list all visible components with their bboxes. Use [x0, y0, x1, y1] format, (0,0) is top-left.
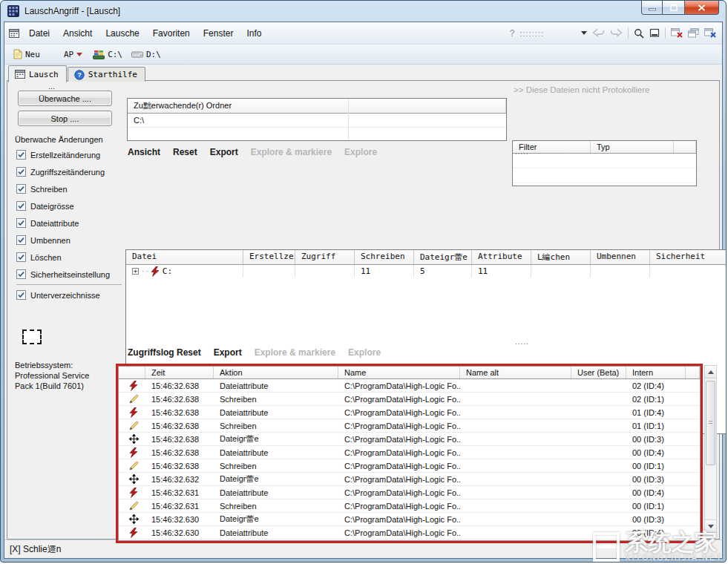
app-window: LauschAngriff - [Lausch] DateiAnsichtLau… [0, 0, 727, 563]
log-row[interactable]: 15:46:32.638SchreibenC:\ProgramData\High… [119, 459, 700, 473]
column-header-aktion[interactable]: Aktion [214, 367, 338, 378]
log-cell [571, 519, 626, 520]
log-row[interactable]: 15:46:32.638SchreibenC:\ProgramData\High… [119, 419, 700, 433]
checkbox-unterverzeichnisse[interactable]: Unterverzeichnisse [16, 286, 122, 304]
menu-item-ansicht[interactable]: Ansicht [56, 26, 99, 41]
log-scrollbar[interactable] [704, 365, 717, 533]
checkbox-sicherheitseinstellung[interactable]: Sicherheitseinstellung [16, 266, 122, 283]
exclude-table: FilterTyp [512, 140, 697, 186]
column-header-sicherheit[interactable]: Sicherheit [650, 250, 727, 264]
screen-icon[interactable] [649, 28, 660, 38]
close-window-icon[interactable] [671, 28, 683, 38]
log-row[interactable]: 15:46:32.638DateiattributeC:\ProgramData… [119, 446, 700, 459]
column-header-dateigr-e[interactable]: Dateigr蕾e [414, 250, 472, 264]
chevron-down-icon[interactable] [581, 31, 587, 35]
scroll-down-button[interactable] [705, 519, 716, 532]
log-row[interactable]: 15:46:32.631SchreibenC:\ProgramData\High… [119, 499, 700, 513]
drive-d-button[interactable]: D:\ [131, 50, 161, 59]
log-cell [686, 479, 700, 480]
column-header-schreiben[interactable]: Schreiben [355, 250, 414, 264]
checkbox-erstellzeit-nderung[interactable]: Erstellzeitänderung [16, 146, 122, 163]
menu-item-lausche[interactable]: Lausche [99, 26, 145, 41]
checkbox-l-schen[interactable]: Löschen [16, 249, 122, 266]
tab-lausch[interactable]: Lausch [8, 65, 67, 82]
menu-item-fenster[interactable]: Fenster [197, 26, 240, 41]
checkbox-label: Dateiattribute [30, 219, 79, 228]
help-label[interactable]: ? [510, 28, 515, 39]
files-cell-schreiben: 11 [355, 265, 414, 278]
view-toolbar-dots[interactable]: ..... [515, 148, 529, 156]
group-separator [16, 284, 122, 285]
column-header-folder[interactable]: Zu黜erwachende(r) Ordner [128, 99, 506, 113]
pencil-icon [119, 420, 145, 431]
drive-c-button[interactable]: C:\ [93, 50, 122, 59]
view-toolbar-reset[interactable]: Reset [173, 147, 197, 157]
new-button[interactable]: Neu [13, 49, 40, 59]
log-cell: 15:46:32.638 [145, 421, 214, 431]
log-cell [686, 425, 700, 427]
column-header-name-alt[interactable]: Name alt [460, 367, 571, 378]
checkbox-label: Schreiben [30, 185, 68, 194]
checkbox-dateiattribute[interactable]: Dateiattribute [16, 214, 122, 232]
checkbox-schreiben[interactable]: Schreiben [16, 180, 122, 197]
checkbox-dateigr-sse[interactable]: Dateigrösse [16, 197, 122, 214]
log-toolbar-zugriffslog-reset[interactable]: Zugriffslog Reset [128, 347, 201, 358]
files-cell-dateigr-e: 5 [414, 265, 472, 278]
log-row[interactable]: 15:46:32.630DateiattributeC:\ProgramData… [119, 526, 700, 540]
tab-starthilfe[interactable]: ? Starthilfe [68, 67, 145, 82]
back-icon[interactable] [592, 28, 605, 38]
log-toolbar-export[interactable]: Export [214, 347, 242, 358]
column-header-datei[interactable]: Datei [126, 250, 243, 264]
menu-item-datei[interactable]: Datei [22, 26, 56, 41]
column-header-attribute[interactable]: Attribute [472, 250, 531, 264]
expand-icon[interactable]: + [132, 268, 139, 275]
scrollbar-thumb[interactable] [706, 381, 715, 465]
close-button[interactable] [684, 1, 719, 15]
scroll-up-button[interactable] [705, 366, 716, 378]
checkbox-umbennen[interactable]: Umbennen [16, 232, 122, 249]
column-header-name[interactable]: Name [338, 367, 460, 378]
log-cell: 15:46:32.638 [145, 381, 214, 391]
checkbox-zugriffszeit-nderung[interactable]: Zugriffszeitänderung [16, 163, 122, 180]
column-header-typ[interactable]: Typ [591, 141, 674, 153]
log-cell: Schreiben [214, 461, 338, 471]
column-header-zugriff[interactable]: Zugriff [295, 250, 355, 264]
log-row[interactable]: 15:46:32.638DateiattributeC:\ProgramData… [119, 406, 700, 419]
system-menu-icon[interactable] [9, 29, 19, 38]
column-header-zeit[interactable]: Zeit [145, 367, 214, 378]
tab-label: Starthilfe [88, 70, 137, 79]
monitor-button[interactable]: Überwache .... [18, 91, 112, 106]
log-cell: 01 (ID:4) [626, 407, 686, 418]
menu-item-info[interactable]: Info [240, 26, 268, 41]
forward-icon[interactable] [610, 28, 623, 38]
close-all-icon[interactable] [704, 28, 716, 38]
minimize-button[interactable] [641, 1, 663, 15]
view-toolbar-ansicht[interactable]: Ansicht [128, 147, 160, 157]
log-cell [686, 452, 700, 453]
column-header-user-beta[interactable]: User (Beta) [571, 367, 626, 378]
column-header-umbennen[interactable]: Umbennen [591, 250, 650, 264]
move-icon [119, 433, 145, 445]
cascade-windows-icon[interactable] [688, 28, 699, 38]
log-cell [460, 492, 571, 494]
folder-row[interactable]: C:\ [128, 114, 506, 128]
view-toolbar-export[interactable]: Export [210, 147, 238, 157]
log-row[interactable]: 15:46:32.638Dateigr蕾eC:\ProgramData\High… [119, 433, 700, 446]
log-row[interactable]: 15:46:32.638DateiattributeC:\ProgramData… [119, 379, 700, 393]
column-header-intern[interactable]: Intern [626, 367, 686, 378]
column-header-erstellzeit[interactable]: Erstellzeit [243, 250, 295, 264]
log-cell: C:\ProgramData\High-Logic Fo... [338, 447, 460, 458]
log-row[interactable]: 15:46:32.632Dateigr蕾eC:\ProgramData\High… [119, 473, 700, 486]
log-row[interactable]: 15:46:32.631DateiattributeC:\ProgramData… [119, 486, 700, 499]
maximize-button[interactable] [663, 1, 684, 15]
log-row[interactable]: 15:46:32.638SchreibenC:\ProgramData\High… [119, 393, 700, 406]
search-icon[interactable] [634, 28, 644, 39]
files-row[interactable]: +··C:11511 [126, 265, 727, 278]
menu-item-favoriten[interactable]: Favoriten [146, 26, 197, 41]
stop-button[interactable]: Stop .... [18, 111, 112, 126]
checkbox-label: Unterverzeichnisse [30, 291, 100, 300]
column-header-l-chen[interactable]: L編chen [531, 250, 591, 264]
ap-dropdown[interactable]: AP [64, 50, 82, 59]
log-row[interactable]: 15:46:32.630Dateigr蕾eC:\ProgramData\High… [119, 513, 700, 526]
log-toolbar-dots[interactable]: ..... [515, 338, 529, 346]
